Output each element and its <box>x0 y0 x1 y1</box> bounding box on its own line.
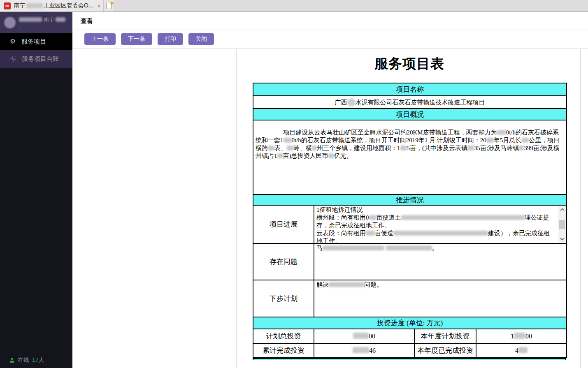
redacted <box>486 138 494 143</box>
scrollbar-track[interactable] <box>558 213 566 236</box>
main-content: 查看 上一条 下一条 打印 关闭 服务项目表 项目名称 广西水泥有限公司石灰石皮… <box>72 12 588 368</box>
redacted <box>518 347 528 353</box>
redacted <box>369 215 377 220</box>
redacted <box>268 146 274 150</box>
progress-cell: 1征租地拆迁情况 横州段：尚有租用0亩便道土理公证提存，余已完成征租地工作。 云… <box>314 205 567 243</box>
new-star-icon: ✱ <box>110 1 114 5</box>
redacted <box>312 146 317 150</box>
tab-title: 南宁 工业园区管委会O... <box>14 2 93 9</box>
redacted <box>519 146 524 150</box>
tab-close-icon[interactable]: × <box>98 3 101 9</box>
redacted <box>366 231 375 236</box>
redacted <box>521 138 529 143</box>
plan-text: 解决问题。 <box>316 281 564 289</box>
value-year-completed-investment: 4 <box>476 343 567 358</box>
sidebar-item-label: 服务项目 <box>21 38 46 46</box>
tab-title-suffix: 工业园区管委会O... <box>44 2 93 9</box>
online-status: 在线 17人 <box>0 353 72 367</box>
previous-button[interactable]: 上一条 <box>84 33 116 45</box>
cell-scrollbar[interactable] <box>558 206 566 243</box>
redacted <box>353 333 369 339</box>
redacted-tab-title <box>26 3 43 8</box>
redacted <box>277 153 283 158</box>
right-panel-divider <box>580 49 581 368</box>
favicon-icon: ∞ <box>4 2 11 9</box>
user-name: 南宁 . <box>19 16 68 30</box>
redacted <box>287 146 293 150</box>
tab-title-prefix: 南宁 <box>14 2 26 9</box>
tab-bar-empty <box>114 0 588 12</box>
project-name-value: 广西水泥有限公司石灰石皮带输送技术改造工程项目 <box>253 96 567 109</box>
redacted <box>393 231 488 236</box>
redacted <box>400 146 407 150</box>
section-header-overview: 项目概况 <box>253 109 567 120</box>
redacted <box>329 282 364 287</box>
print-button[interactable]: 打印 <box>158 33 183 45</box>
online-label: 在线 <box>18 356 29 364</box>
value-planned-total-investment: 00 <box>314 329 414 343</box>
project-overview-cell: 项目建设从云表马壮山矿区至金鲤水泥公司约20KM皮带输送工程，两套能力为0t/h… <box>253 120 567 194</box>
redacted <box>328 153 334 158</box>
scrollbar-thumb[interactable] <box>559 220 565 229</box>
next-button[interactable]: 下一条 <box>121 33 152 45</box>
browser-tab-bar: ∞ 南宁 工业园区管委会O... × ✱ <box>0 0 588 12</box>
sidebar-item-service-project-ledger[interactable]: 服务项目台账 <box>0 50 72 68</box>
problems-cell: 马 。 <box>314 243 567 280</box>
label-planned-total-investment: 计划总投资 <box>253 329 314 343</box>
redacted-user-name <box>19 17 42 22</box>
user-dot: . <box>19 23 21 30</box>
problems-text: 马 。 <box>316 244 564 252</box>
redacted <box>497 130 506 135</box>
scroll-up-icon[interactable] <box>558 206 566 213</box>
section-header-progress: 推进情况 <box>253 194 567 205</box>
value-cumulative-investment: 46 <box>314 343 414 358</box>
row-label-progress: 项目进展 <box>253 205 314 243</box>
section-header-project-name: 项目名称 <box>253 83 567 96</box>
sidebar-empty <box>0 68 72 353</box>
new-tab-button[interactable]: ✱ <box>104 0 114 12</box>
next-section-header-cutoff <box>253 358 566 360</box>
user-panel[interactable]: 南宁 . <box>0 12 72 33</box>
toolbar: 上一条 下一条 打印 关闭 <box>72 30 588 49</box>
left-empty-pane <box>72 49 237 368</box>
sidebar-item-label: 服务项目台账 <box>22 55 59 63</box>
browser-tab[interactable]: ∞ 南宁 工业园区管委会O... × <box>0 0 103 12</box>
value-year-planned-investment: 100 <box>476 329 567 343</box>
row-label-problems: 存在问题 <box>253 243 314 280</box>
form-title: 服务项目表 <box>253 55 566 73</box>
progress-text: 1征租地拆迁情况 横州段：尚有租用0亩便道土理公证提存，余已完成征租地工作。 云… <box>316 206 564 243</box>
plan-cell: 解决问题。 <box>314 280 567 317</box>
new-page-icon: ✱ <box>106 3 112 9</box>
work-area: 服务项目表 项目名称 广西水泥有限公司石灰石皮带输送技术改造工程项目 项目概况 <box>72 49 588 368</box>
service-project-table: 项目名称 广西水泥有限公司石灰石皮带输送技术改造工程项目 项目概况 项目建设从云… <box>253 83 567 358</box>
panel-title: 查看 <box>72 12 588 30</box>
section-header-investment: 投资进度 (单位: 万元) <box>253 317 567 329</box>
redacted <box>386 245 432 250</box>
label-cumulative-investment: 累计完成投资 <box>253 343 314 358</box>
row-label-plan: 下步计划 <box>253 280 314 317</box>
redacted-company <box>347 98 356 106</box>
avatar <box>4 17 16 28</box>
sidebar-item-service-project[interactable]: ⚙ 服务项目 <box>0 33 72 50</box>
project-overview-text: 项目建设从云表马壮山矿区至金鲤水泥公司约20KM皮带输送工程，两套能力为0t/h… <box>256 121 564 168</box>
person-icon <box>9 357 15 363</box>
redacted <box>401 215 525 220</box>
user-city: 南宁 <box>44 16 54 23</box>
label-year-planned-investment: 本年度计划投资 <box>414 329 476 343</box>
redacted <box>353 347 369 353</box>
sidebar: 南宁 . ⚙ 服务项目 服务项目台账 在线 17人 <box>0 12 72 368</box>
label-year-completed-investment: 本年度已完成投资 <box>414 343 476 358</box>
redacted <box>467 146 474 150</box>
redacted <box>323 245 384 250</box>
gear-icon: ⚙ <box>10 38 16 45</box>
ledger-icon <box>10 56 16 62</box>
scroll-down-icon[interactable] <box>558 236 566 243</box>
redacted <box>514 333 525 339</box>
redacted <box>284 138 292 143</box>
close-button[interactable]: 关闭 <box>188 33 214 45</box>
redacted-user-suffix <box>56 17 65 22</box>
form-pane: 服务项目表 项目名称 广西水泥有限公司石灰石皮带输送技术改造工程项目 项目概况 <box>237 49 588 368</box>
online-count: 17人 <box>32 356 44 364</box>
